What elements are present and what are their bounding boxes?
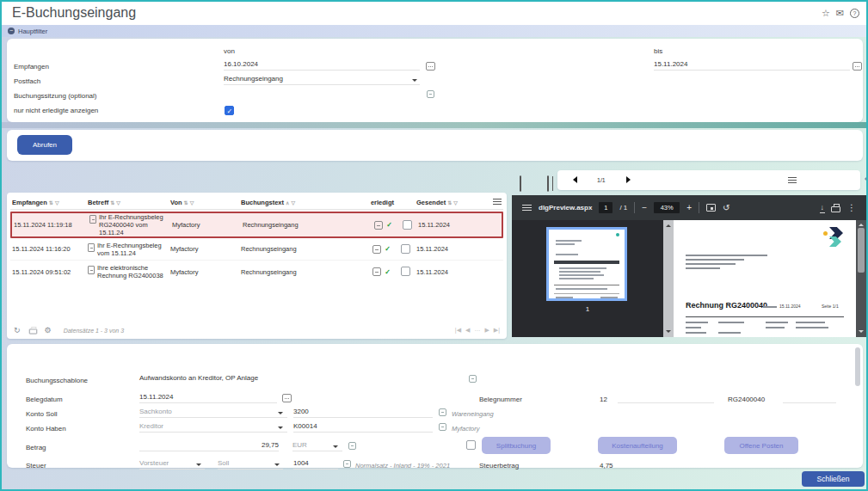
lookup-icon[interactable]	[469, 375, 477, 383]
empfangen-von-input[interactable]: 16.10.2024	[224, 60, 420, 71]
document-icon[interactable]	[88, 243, 95, 252]
detail-icon[interactable]	[372, 245, 381, 254]
collapse-icon[interactable]: −	[8, 28, 15, 34]
rotate-icon[interactable]: ↺	[723, 204, 729, 212]
chevron-down-icon[interactable]	[196, 463, 201, 469]
konto-haben-type-select[interactable]: Kreditor	[139, 422, 287, 433]
buchungsschablone-input[interactable]: Aufwandskonto an Kreditor, OP Anlage	[139, 374, 459, 384]
konto-soll-input[interactable]: 3200	[293, 408, 433, 418]
steuer-type-select[interactable]: Vorsteuer	[139, 459, 205, 470]
form-scrollbar-thumb[interactable]	[855, 347, 860, 386]
favorite-star-icon[interactable]: ☆	[822, 8, 830, 19]
belegnummer-ref-line[interactable]	[783, 393, 836, 403]
steuer-input[interactable]: 1004	[293, 459, 338, 470]
split-vertical-icon[interactable]	[547, 175, 549, 192]
offene-posten-button[interactable]: Offene Posten	[724, 437, 798, 454]
column-menu-icon[interactable]	[493, 199, 502, 205]
splitbuchung-button[interactable]: Splitbuchung	[482, 437, 551, 454]
sort-icon[interactable]: ⇅	[110, 200, 114, 206]
prev-page-icon[interactable]	[569, 176, 577, 183]
filter-icon[interactable]: ▽	[116, 200, 120, 206]
mail-icon[interactable]: ✉	[836, 8, 844, 19]
refresh-icon[interactable]: ↻	[14, 326, 21, 334]
buchungssitzung-input[interactable]	[224, 89, 420, 100]
col-header-buchungstext[interactable]: Buchungstext∧▽	[241, 199, 349, 206]
info-icon[interactable]	[348, 442, 356, 450]
next-page-icon[interactable]	[626, 176, 634, 183]
pdf-page-input[interactable]: 1	[599, 202, 613, 213]
calendar-icon[interactable]	[853, 62, 862, 71]
chevron-down-icon[interactable]	[412, 79, 417, 84]
detail-icon[interactable]	[372, 267, 381, 276]
sort-icon[interactable]: ⇅	[49, 200, 53, 206]
help-icon[interactable]: ?	[850, 9, 859, 18]
col-header-gesendet[interactable]: Gesendet⇅▽	[416, 199, 477, 206]
col-header-betreff[interactable]: Betreff⇅▽	[88, 199, 170, 206]
postfach-select[interactable]: Rechnungseingang	[224, 75, 420, 85]
nur-nicht-erledigte-checkbox[interactable]	[225, 106, 234, 115]
scroll-down-icon[interactable]	[859, 330, 864, 335]
pdf-zoom-level[interactable]: 43%	[654, 202, 680, 213]
table-row[interactable]: 15.11.2024 09:51:02 Ihre elektronische R…	[10, 261, 503, 283]
list-view-icon[interactable]	[788, 177, 797, 183]
zoom-out-icon[interactable]: −	[642, 204, 647, 212]
calendar-icon[interactable]	[426, 62, 435, 71]
belegnummer-value[interactable]: 12	[600, 396, 607, 403]
collapse-panel-arrow-icon[interactable]	[862, 176, 867, 181]
konto-soll-type-select[interactable]: Sachkonto	[139, 408, 287, 418]
sort-icon[interactable]: ⇅	[184, 200, 188, 206]
calendar-icon[interactable]	[282, 394, 292, 402]
chevron-down-icon[interactable]	[278, 427, 283, 432]
split-horizontal-icon[interactable]	[520, 175, 521, 192]
kebab-menu-icon[interactable]: ⋮	[847, 204, 856, 212]
chevron-down-icon[interactable]	[278, 412, 283, 417]
steuer-side-select[interactable]: Soll	[218, 459, 283, 470]
scrollbar-thumb[interactable]	[858, 228, 865, 273]
belegnummer-input-line[interactable]	[618, 393, 714, 403]
erledigt-checkbox[interactable]	[401, 267, 410, 276]
filter-icon[interactable]: ▽	[453, 200, 458, 206]
betrag-input[interactable]: 29,75	[139, 441, 279, 451]
lookup-icon[interactable]	[427, 90, 434, 98]
erledigt-checkbox[interactable]	[403, 220, 412, 230]
fit-page-icon[interactable]	[706, 204, 716, 212]
page-last-icon[interactable]: ▶|	[494, 327, 500, 334]
chevron-down-icon[interactable]	[333, 445, 338, 451]
table-row[interactable]: 15.11.2024 11:16:20 Ihr E-Rechnungsbeleg…	[10, 238, 503, 261]
chevron-down-icon[interactable]	[274, 463, 280, 469]
page-next-icon[interactable]: ▶	[484, 327, 489, 334]
sort-asc-icon[interactable]: ∧	[286, 200, 289, 206]
document-icon[interactable]	[88, 266, 95, 274]
lookup-icon[interactable]	[439, 423, 446, 431]
konto-haben-input[interactable]: K00014	[293, 422, 433, 433]
filter-icon[interactable]: ▽	[55, 200, 59, 206]
filter-icon[interactable]: ▽	[190, 200, 194, 206]
table-row-selected[interactable]: 15.11.2024 11:19:18 Ihr E-Rechnungsbeleg…	[10, 212, 503, 238]
col-header-empfangen[interactable]: Empfangen⇅▽	[12, 199, 88, 206]
belegdatum-input[interactable]: 15.11.2024	[139, 393, 277, 403]
scroll-up-icon[interactable]	[859, 221, 864, 226]
print-icon[interactable]	[28, 328, 36, 334]
download-icon[interactable]: ↓	[821, 204, 825, 212]
abrufen-button[interactable]: Abrufen	[17, 135, 72, 155]
document-scrollbar[interactable]	[856, 220, 866, 337]
lookup-icon[interactable]	[343, 460, 351, 468]
erledigt-checkbox[interactable]	[401, 244, 410, 254]
page-prev-icon[interactable]: ◀	[465, 327, 470, 334]
empfangen-bis-input[interactable]: 15.11.2024	[654, 60, 850, 71]
belegnummer-ref[interactable]: RG2400040	[728, 396, 765, 403]
schliessen-button[interactable]: Schließen	[802, 471, 865, 487]
betrag-checkbox[interactable]	[466, 440, 476, 450]
scroll-down-icon[interactable]	[666, 330, 671, 335]
lookup-icon[interactable]	[439, 408, 446, 416]
col-header-von[interactable]: Von⇅▽	[170, 199, 241, 206]
scroll-up-icon[interactable]	[666, 222, 671, 227]
page-first-icon[interactable]: |◀	[455, 327, 461, 334]
pdf-thumbnail[interactable]	[546, 227, 627, 301]
filter-icon[interactable]: ▽	[291, 200, 295, 206]
detail-icon[interactable]	[374, 221, 383, 230]
pdf-menu-icon[interactable]	[522, 205, 532, 211]
print-icon[interactable]	[831, 206, 840, 212]
sort-icon[interactable]: ⇅	[447, 200, 452, 206]
document-icon[interactable]	[89, 215, 96, 224]
